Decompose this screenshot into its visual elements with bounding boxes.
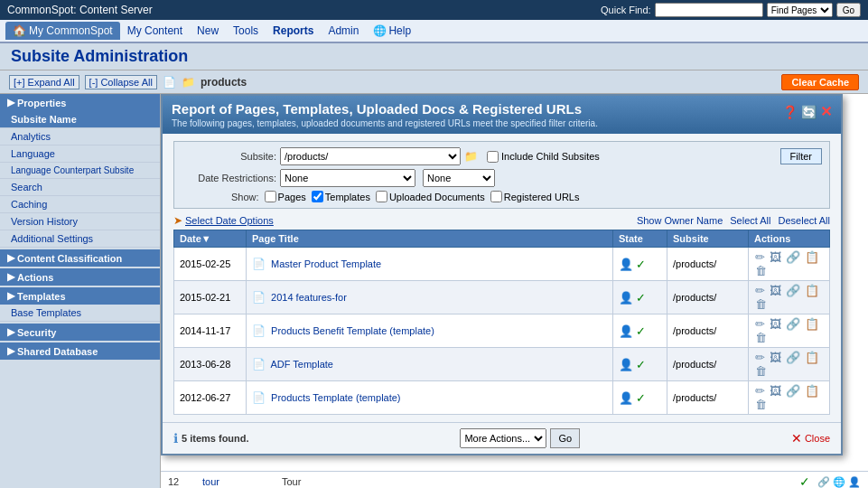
show-label: Show: <box>231 192 259 202</box>
select-date-label: Select Date Options <box>185 215 274 226</box>
nav-tools[interactable]: Tools <box>226 22 266 40</box>
select-all[interactable]: Select All <box>730 215 770 226</box>
delete-icon[interactable]: 🗑 <box>755 398 767 411</box>
dialog-help-button[interactable]: ❓ <box>782 105 798 119</box>
col-subsite[interactable]: Subsite <box>667 230 749 248</box>
preview-icon[interactable]: 🖼 <box>770 284 781 297</box>
sidebar-item-base-templates[interactable]: Base Templates <box>0 305 160 322</box>
cell-subsite: /products/ <box>667 248 749 281</box>
info-icon: ℹ <box>173 431 178 446</box>
link-icon[interactable]: 🔗 <box>786 250 800 264</box>
table-row: 2013-06-28 📄 ADF Template 👤 ✓ /products/… <box>174 348 830 381</box>
clear-cache-button[interactable]: Clear Cache <box>781 74 859 90</box>
show-owner-name[interactable]: Show Owner Name <box>637 215 723 226</box>
page-title-link[interactable]: Products Benefit Template (template) <box>271 325 434 336</box>
dialog-refresh-button[interactable]: 🔄 <box>801 105 817 119</box>
templates-checkbox[interactable] <box>312 191 323 202</box>
edit-icon[interactable]: ✏ <box>755 317 765 331</box>
sidebar-item-search[interactable]: Search <box>0 179 160 196</box>
sidebar-item-analytics[interactable]: Analytics <box>0 128 160 145</box>
page-title-link[interactable]: Master Product Template <box>271 258 381 269</box>
copy-icon[interactable]: 📋 <box>805 317 819 331</box>
sidebar-item-additional-settings[interactable]: Additional Settings <box>0 230 160 248</box>
edit-icon[interactable]: ✏ <box>755 250 765 264</box>
nav-home[interactable]: 🏠 My CommonSpot <box>5 22 120 40</box>
include-child-checkbox[interactable] <box>487 151 499 163</box>
cell-subsite: /products/ <box>667 281 749 314</box>
table-row: 2015-02-21 📄 2014 features-for 👤 ✓ /prod… <box>174 281 830 314</box>
copy-icon[interactable]: 📋 <box>805 384 819 398</box>
nav-reports[interactable]: Reports <box>266 22 321 40</box>
subsite-select[interactable]: /products/ <box>280 147 461 165</box>
copy-icon[interactable]: 📋 <box>805 284 819 297</box>
sidebar-section-templates[interactable]: ▶ Templates <box>0 287 160 305</box>
nav-help[interactable]: 🌐 Help <box>366 22 418 40</box>
col-date[interactable]: Date▼ <box>174 230 247 248</box>
preview-icon[interactable]: 🖼 <box>770 351 781 364</box>
page-title-link[interactable]: ADF Template <box>270 359 333 370</box>
dialog-title: Report of Pages, Templates, Uploaded Doc… <box>172 101 598 117</box>
nav-my-content[interactable]: My Content <box>120 22 190 40</box>
bg-row-name[interactable]: tour <box>202 476 275 487</box>
pages-checkbox[interactable] <box>265 191 276 202</box>
preview-icon[interactable]: 🖼 <box>770 250 781 264</box>
copy-icon[interactable]: 📋 <box>805 250 819 264</box>
more-actions-go-button[interactable]: Go <box>550 428 580 448</box>
collapse-all-btn[interactable]: [-] Collapse All <box>85 75 157 89</box>
nav-new[interactable]: New <box>190 22 226 40</box>
delete-icon[interactable]: 🗑 <box>755 331 767 344</box>
more-actions-select[interactable]: More Actions... <box>460 428 546 448</box>
quick-find-input[interactable] <box>655 3 763 17</box>
col-page-title[interactable]: Page Title <box>247 230 613 248</box>
uploaded-docs-label: Uploaded Documents <box>389 192 485 202</box>
copy-icon[interactable]: 📋 <box>805 351 819 364</box>
subsite-icon: 📁 <box>464 150 478 163</box>
sidebar-item-language[interactable]: Language <box>0 145 160 163</box>
table-row: 2012-06-27 📄 Products Template (template… <box>174 381 830 415</box>
sidebar-item-subsite-name[interactable]: Subsite Name <box>0 111 160 128</box>
cell-state: 👤 ✓ <box>613 281 667 314</box>
select-date-options[interactable]: ➤ Select Date Options <box>173 214 274 227</box>
go-button[interactable]: Go <box>836 3 861 17</box>
date-restriction-select2[interactable]: None <box>423 169 495 187</box>
nav-admin[interactable]: Admin <box>321 22 366 40</box>
edit-icon[interactable]: ✏ <box>755 284 765 297</box>
sidebar-section-shared-database[interactable]: ▶ Shared Database <box>0 343 160 360</box>
sidebar-item-language-counterpart[interactable]: Language Counterpart Subsite <box>0 163 160 179</box>
results-table: Date▼ Page Title State Subsite Actions 2… <box>173 230 830 415</box>
subsite-name: products <box>201 76 247 89</box>
cell-state: 👤 ✓ <box>613 348 667 381</box>
filter-button[interactable]: Filter <box>780 148 822 164</box>
col-actions[interactable]: Actions <box>749 230 830 248</box>
registered-urls-checkbox[interactable] <box>490 191 502 202</box>
delete-icon[interactable]: 🗑 <box>755 264 767 277</box>
subsite-label: Subsite: <box>182 151 276 162</box>
dialog-close-button[interactable]: ✕ <box>820 103 832 120</box>
col-state[interactable]: State <box>613 230 667 248</box>
edit-icon[interactable]: ✏ <box>755 384 765 398</box>
find-type-select[interactable]: Find Pages <box>767 3 833 17</box>
sidebar-section-label5: Security <box>17 327 56 338</box>
sidebar-section-actions[interactable]: ▶ Actions <box>0 268 160 286</box>
uploaded-docs-checkbox[interactable] <box>376 191 387 202</box>
sidebar-section-security[interactable]: ▶ Security <box>0 324 160 341</box>
date-restriction-select1[interactable]: None <box>280 169 415 187</box>
preview-icon[interactable]: 🖼 <box>770 384 781 398</box>
delete-icon[interactable]: 🗑 <box>755 297 767 311</box>
sidebar-section-content-classification[interactable]: ▶ Content Classification <box>0 249 160 267</box>
edit-icon[interactable]: ✏ <box>755 351 765 364</box>
preview-icon[interactable]: 🖼 <box>770 317 781 331</box>
close-button[interactable]: ✕ Close <box>791 431 830 446</box>
deselect-all[interactable]: Deselect All <box>779 215 830 226</box>
sidebar-item-caching[interactable]: Caching <box>0 196 160 213</box>
page-title-link[interactable]: Products Template (template) <box>271 392 400 403</box>
link-icon[interactable]: 🔗 <box>786 351 800 364</box>
link-icon[interactable]: 🔗 <box>786 284 800 297</box>
sidebar-section-properties[interactable]: ▶ Properties <box>0 94 160 111</box>
expand-all-btn[interactable]: [+] Expand All <box>9 75 79 89</box>
delete-icon[interactable]: 🗑 <box>755 364 767 378</box>
link-icon[interactable]: 🔗 <box>786 384 800 398</box>
sidebar-item-version-history[interactable]: Version History <box>0 213 160 230</box>
link-icon[interactable]: 🔗 <box>786 317 800 331</box>
page-title-link[interactable]: 2014 features-for <box>271 292 347 303</box>
